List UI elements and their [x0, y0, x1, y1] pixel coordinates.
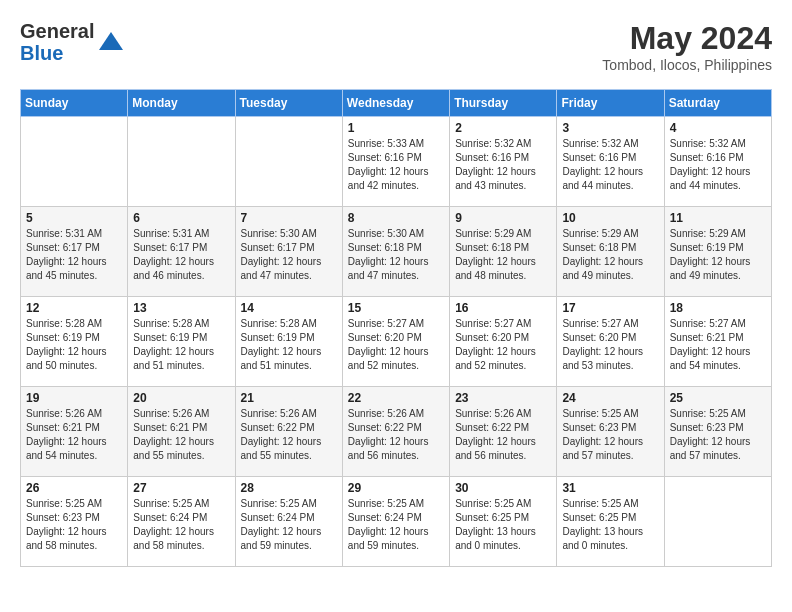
calendar-cell: 31 Sunrise: 5:25 AM Sunset: 6:25 PM Dayl… [557, 477, 664, 567]
logo: General Blue [20, 20, 125, 64]
day-number: 6 [133, 211, 229, 225]
day-info: Sunrise: 5:25 AM Sunset: 6:25 PM Dayligh… [455, 497, 551, 553]
day-info: Sunrise: 5:27 AM Sunset: 6:21 PM Dayligh… [670, 317, 766, 373]
daylight-label: Daylight: 12 hours and 55 minutes. [241, 436, 322, 461]
weekday-header: Sunday [21, 90, 128, 117]
sunset-label: Sunset: 6:22 PM [455, 422, 529, 433]
location-subtitle: Tombod, Ilocos, Philippines [602, 57, 772, 73]
sunset-label: Sunset: 6:19 PM [26, 332, 100, 343]
day-info: Sunrise: 5:30 AM Sunset: 6:17 PM Dayligh… [241, 227, 337, 283]
sunset-label: Sunset: 6:25 PM [455, 512, 529, 523]
calendar-cell: 28 Sunrise: 5:25 AM Sunset: 6:24 PM Dayl… [235, 477, 342, 567]
day-info: Sunrise: 5:30 AM Sunset: 6:18 PM Dayligh… [348, 227, 444, 283]
sunset-label: Sunset: 6:23 PM [26, 512, 100, 523]
sunrise-label: Sunrise: 5:25 AM [241, 498, 317, 509]
sunset-label: Sunset: 6:22 PM [241, 422, 315, 433]
day-info: Sunrise: 5:26 AM Sunset: 6:22 PM Dayligh… [348, 407, 444, 463]
weekday-header: Friday [557, 90, 664, 117]
daylight-label: Daylight: 13 hours and 0 minutes. [562, 526, 643, 551]
sunrise-label: Sunrise: 5:31 AM [26, 228, 102, 239]
day-info: Sunrise: 5:25 AM Sunset: 6:25 PM Dayligh… [562, 497, 658, 553]
day-info: Sunrise: 5:25 AM Sunset: 6:23 PM Dayligh… [670, 407, 766, 463]
sunrise-label: Sunrise: 5:30 AM [348, 228, 424, 239]
daylight-label: Daylight: 12 hours and 52 minutes. [348, 346, 429, 371]
calendar-cell: 8 Sunrise: 5:30 AM Sunset: 6:18 PM Dayli… [342, 207, 449, 297]
day-number: 27 [133, 481, 229, 495]
day-number: 9 [455, 211, 551, 225]
week-row: 19 Sunrise: 5:26 AM Sunset: 6:21 PM Dayl… [21, 387, 772, 477]
daylight-label: Daylight: 12 hours and 57 minutes. [670, 436, 751, 461]
sunrise-label: Sunrise: 5:25 AM [562, 498, 638, 509]
day-number: 14 [241, 301, 337, 315]
sunset-label: Sunset: 6:23 PM [562, 422, 636, 433]
sunrise-label: Sunrise: 5:29 AM [455, 228, 531, 239]
page-header: General Blue May 2024 Tombod, Ilocos, Ph… [20, 20, 772, 73]
sunrise-label: Sunrise: 5:33 AM [348, 138, 424, 149]
title-section: May 2024 Tombod, Ilocos, Philippines [602, 20, 772, 73]
calendar-cell: 30 Sunrise: 5:25 AM Sunset: 6:25 PM Dayl… [450, 477, 557, 567]
sunset-label: Sunset: 6:20 PM [348, 332, 422, 343]
calendar-cell [128, 117, 235, 207]
weekday-header: Wednesday [342, 90, 449, 117]
sunrise-label: Sunrise: 5:27 AM [562, 318, 638, 329]
day-info: Sunrise: 5:25 AM Sunset: 6:24 PM Dayligh… [133, 497, 229, 553]
daylight-label: Daylight: 12 hours and 54 minutes. [670, 346, 751, 371]
day-info: Sunrise: 5:25 AM Sunset: 6:24 PM Dayligh… [348, 497, 444, 553]
sunset-label: Sunset: 6:24 PM [348, 512, 422, 523]
daylight-label: Daylight: 12 hours and 46 minutes. [133, 256, 214, 281]
sunset-label: Sunset: 6:16 PM [455, 152, 529, 163]
sunset-label: Sunset: 6:16 PM [562, 152, 636, 163]
daylight-label: Daylight: 12 hours and 42 minutes. [348, 166, 429, 191]
weekday-header: Monday [128, 90, 235, 117]
calendar-cell: 16 Sunrise: 5:27 AM Sunset: 6:20 PM Dayl… [450, 297, 557, 387]
day-number: 13 [133, 301, 229, 315]
daylight-label: Daylight: 12 hours and 57 minutes. [562, 436, 643, 461]
calendar-cell: 11 Sunrise: 5:29 AM Sunset: 6:19 PM Dayl… [664, 207, 771, 297]
daylight-label: Daylight: 12 hours and 56 minutes. [348, 436, 429, 461]
sunset-label: Sunset: 6:19 PM [133, 332, 207, 343]
sunset-label: Sunset: 6:21 PM [26, 422, 100, 433]
sunrise-label: Sunrise: 5:32 AM [562, 138, 638, 149]
calendar-cell: 18 Sunrise: 5:27 AM Sunset: 6:21 PM Dayl… [664, 297, 771, 387]
sunrise-label: Sunrise: 5:27 AM [670, 318, 746, 329]
sunset-label: Sunset: 6:24 PM [133, 512, 207, 523]
calendar-cell: 25 Sunrise: 5:25 AM Sunset: 6:23 PM Dayl… [664, 387, 771, 477]
day-number: 2 [455, 121, 551, 135]
calendar-cell: 9 Sunrise: 5:29 AM Sunset: 6:18 PM Dayli… [450, 207, 557, 297]
logo-blue: Blue [20, 42, 94, 64]
daylight-label: Daylight: 12 hours and 59 minutes. [348, 526, 429, 551]
day-info: Sunrise: 5:27 AM Sunset: 6:20 PM Dayligh… [348, 317, 444, 373]
daylight-label: Daylight: 12 hours and 49 minutes. [670, 256, 751, 281]
sunrise-label: Sunrise: 5:28 AM [133, 318, 209, 329]
sunrise-label: Sunrise: 5:30 AM [241, 228, 317, 239]
day-info: Sunrise: 5:25 AM Sunset: 6:23 PM Dayligh… [562, 407, 658, 463]
day-info: Sunrise: 5:28 AM Sunset: 6:19 PM Dayligh… [26, 317, 122, 373]
calendar-cell: 2 Sunrise: 5:32 AM Sunset: 6:16 PM Dayli… [450, 117, 557, 207]
sunrise-label: Sunrise: 5:26 AM [133, 408, 209, 419]
daylight-label: Daylight: 12 hours and 51 minutes. [241, 346, 322, 371]
day-info: Sunrise: 5:26 AM Sunset: 6:22 PM Dayligh… [241, 407, 337, 463]
calendar-cell: 26 Sunrise: 5:25 AM Sunset: 6:23 PM Dayl… [21, 477, 128, 567]
sunrise-label: Sunrise: 5:25 AM [348, 498, 424, 509]
sunrise-label: Sunrise: 5:25 AM [562, 408, 638, 419]
day-info: Sunrise: 5:32 AM Sunset: 6:16 PM Dayligh… [670, 137, 766, 193]
day-number: 21 [241, 391, 337, 405]
day-info: Sunrise: 5:28 AM Sunset: 6:19 PM Dayligh… [133, 317, 229, 373]
calendar-cell: 24 Sunrise: 5:25 AM Sunset: 6:23 PM Dayl… [557, 387, 664, 477]
daylight-label: Daylight: 12 hours and 58 minutes. [133, 526, 214, 551]
calendar-cell: 10 Sunrise: 5:29 AM Sunset: 6:18 PM Dayl… [557, 207, 664, 297]
daylight-label: Daylight: 12 hours and 56 minutes. [455, 436, 536, 461]
day-number: 19 [26, 391, 122, 405]
calendar-cell: 29 Sunrise: 5:25 AM Sunset: 6:24 PM Dayl… [342, 477, 449, 567]
sunrise-label: Sunrise: 5:27 AM [455, 318, 531, 329]
weekday-header: Tuesday [235, 90, 342, 117]
weekday-header: Thursday [450, 90, 557, 117]
sunset-label: Sunset: 6:20 PM [562, 332, 636, 343]
day-number: 31 [562, 481, 658, 495]
day-number: 30 [455, 481, 551, 495]
calendar-cell: 12 Sunrise: 5:28 AM Sunset: 6:19 PM Dayl… [21, 297, 128, 387]
daylight-label: Daylight: 12 hours and 54 minutes. [26, 436, 107, 461]
day-info: Sunrise: 5:31 AM Sunset: 6:17 PM Dayligh… [26, 227, 122, 283]
calendar-cell: 23 Sunrise: 5:26 AM Sunset: 6:22 PM Dayl… [450, 387, 557, 477]
calendar-cell: 5 Sunrise: 5:31 AM Sunset: 6:17 PM Dayli… [21, 207, 128, 297]
